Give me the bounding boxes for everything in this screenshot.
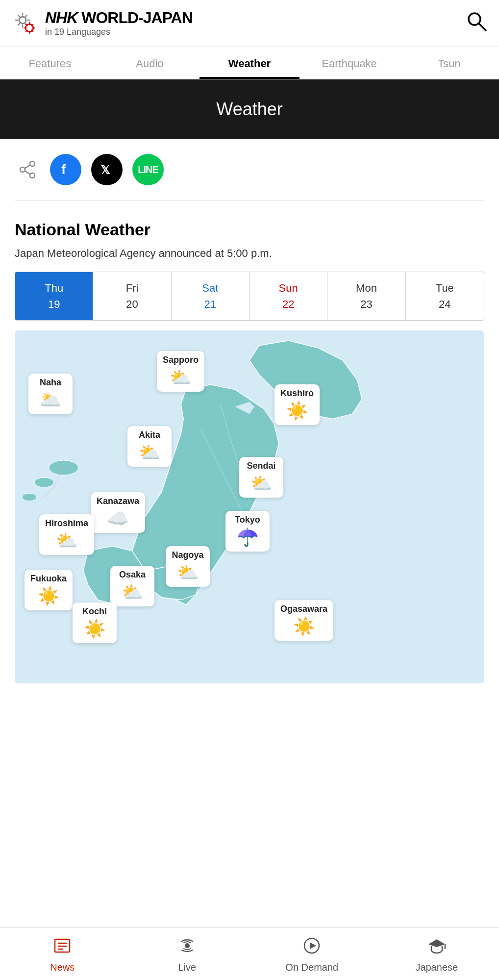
date-mon: 23	[331, 296, 401, 312]
weather-card-kochi[interactable]: Kochi ☀️	[73, 603, 117, 643]
city-name-kushiro: Kushiro	[280, 388, 314, 399]
svg-point-14	[22, 493, 37, 501]
weather-icon-akita: ⛅	[133, 442, 166, 463]
day-label-thu: Thu	[19, 280, 89, 296]
svg-text:𝕏: 𝕏	[100, 163, 110, 176]
day-label-sun: Sun	[253, 280, 323, 296]
weather-card-akita[interactable]: Akita ⛅	[127, 426, 172, 467]
brand-subtitle: in 19 Languages	[45, 27, 193, 37]
svg-point-4	[30, 161, 35, 166]
weather-card-osaka[interactable]: Osaka ⛅	[110, 566, 154, 606]
weather-card-naha[interactable]: Naha 🌥️	[28, 374, 73, 414]
day-selector: Thu 19 Fri 20 Sat 21 Sun 22 Mon 23 Tue 2…	[15, 272, 484, 321]
city-name-akita: Akita	[133, 430, 166, 440]
agency-note: Japan Meteorological Agency announced at…	[15, 247, 484, 260]
bottom-nav: News Live On Demand	[0, 927, 499, 980]
share-generic-button[interactable]	[15, 157, 40, 182]
weather-banner: Weather	[0, 79, 499, 139]
live-label: Live	[178, 962, 196, 973]
day-fri[interactable]: Fri 20	[93, 272, 171, 320]
date-thu: 19	[19, 296, 89, 312]
day-sat[interactable]: Sat 21	[172, 272, 250, 320]
svg-line-7	[25, 165, 30, 169]
weather-map: Naha 🌥️ Sapporo ⛅ Kushiro ☀️ Akita ⛅ Sen…	[15, 330, 484, 683]
section-divider	[15, 200, 484, 201]
weather-icon-osaka: ⛅	[116, 582, 149, 603]
weather-icon-kochi: ☀️	[78, 619, 111, 639]
weather-banner-title: Weather	[216, 99, 282, 119]
city-name-naha: Naha	[34, 377, 67, 388]
news-label: News	[50, 962, 75, 973]
city-name-fukuoka: Fukuoka	[30, 574, 67, 584]
nav-tabs: Features Audio Weather Earthquake Tsun	[0, 47, 499, 79]
tab-tsunami[interactable]: Tsun	[399, 47, 499, 79]
city-name-tokyo: Tokyo	[231, 515, 264, 525]
weather-card-tokyo[interactable]: Tokyo ☂️	[225, 511, 270, 552]
weather-icon-kanazawa: ☁️	[97, 508, 139, 529]
day-label-fri: Fri	[97, 280, 167, 296]
tab-weather[interactable]: Weather	[200, 47, 299, 79]
weather-icon-hiroshima: ⛅	[45, 530, 88, 551]
bottom-nav-news[interactable]: News	[0, 928, 125, 980]
svg-point-23	[185, 943, 190, 948]
tab-features[interactable]: Features	[0, 47, 100, 79]
date-sat: 21	[175, 296, 245, 312]
weather-icon-sapporo: ⛅	[163, 367, 199, 388]
weather-icon-sendai: ⛅	[245, 473, 277, 494]
day-thu[interactable]: Thu 19	[15, 272, 93, 320]
svg-point-5	[20, 167, 25, 172]
day-label-tue: Tue	[410, 280, 480, 296]
weather-icon-tokyo: ☂️	[231, 527, 264, 548]
bottom-nav-japanese[interactable]: Japanese	[374, 928, 499, 980]
city-name-kanazawa: Kanazawa	[97, 496, 139, 506]
line-share-button[interactable]: LINE	[132, 154, 164, 185]
bottom-nav-live[interactable]: Live	[125, 928, 250, 980]
day-tue[interactable]: Tue 24	[406, 272, 484, 320]
weather-card-kanazawa[interactable]: Kanazawa ☁️	[91, 492, 145, 533]
svg-point-12	[49, 460, 78, 475]
day-mon[interactable]: Mon 23	[327, 272, 405, 320]
city-name-ogasawara: Ogasawara	[280, 604, 327, 614]
bottom-nav-ondemand[interactable]: On Demand	[250, 928, 374, 980]
live-icon	[178, 936, 197, 959]
facebook-share-button[interactable]: f	[50, 154, 81, 185]
settings-icon[interactable]	[12, 10, 37, 36]
national-weather-section: National Weather Japan Meteorological Ag…	[0, 205, 499, 330]
weather-card-sendai[interactable]: Sendai ⛅	[239, 457, 283, 498]
day-label-sat: Sat	[175, 280, 245, 296]
weather-icon-naha: 🌥️	[34, 390, 67, 410]
app-header: NHK WORLD-JAPAN in 19 Languages	[0, 0, 499, 47]
weather-icon-nagoya: ⛅	[172, 562, 204, 583]
weather-card-kushiro[interactable]: Kushiro ☀️	[274, 384, 320, 425]
city-name-kochi: Kochi	[78, 606, 111, 617]
svg-text:f: f	[61, 162, 66, 177]
svg-line-3	[479, 24, 486, 30]
weather-card-hiroshima[interactable]: Hiroshima ⛅	[39, 514, 94, 555]
weather-icon-fukuoka: ☀️	[30, 586, 67, 606]
search-icon[interactable]	[466, 10, 487, 36]
city-name-nagoya: Nagoya	[172, 550, 204, 560]
news-icon	[53, 936, 72, 959]
x-share-button[interactable]: 𝕏	[91, 154, 123, 185]
weather-card-fukuoka[interactable]: Fukuoka ☀️	[25, 570, 73, 610]
city-name-sapporo: Sapporo	[163, 355, 199, 365]
svg-point-0	[19, 17, 26, 24]
svg-line-8	[25, 171, 30, 175]
japanese-label: Japanese	[415, 962, 458, 973]
date-sun: 22	[253, 296, 323, 312]
date-fri: 20	[97, 296, 167, 312]
date-tue: 24	[410, 296, 480, 312]
weather-card-nagoya[interactable]: Nagoya ⛅	[166, 546, 210, 587]
weather-card-sapporo[interactable]: Sapporo ⛅	[157, 351, 204, 392]
brand-name: NHK WORLD-JAPAN	[45, 9, 193, 27]
tab-earthquake[interactable]: Earthquake	[299, 47, 399, 79]
ondemand-label: On Demand	[285, 962, 338, 973]
day-label-mon: Mon	[331, 280, 401, 296]
weather-card-ogasawara[interactable]: Ogasawara ☀️	[274, 600, 333, 641]
tab-audio[interactable]: Audio	[100, 47, 200, 79]
weather-icon-ogasawara: ☀️	[280, 616, 327, 637]
day-sun[interactable]: Sun 22	[250, 272, 327, 320]
brand-title: NHK WORLD-JAPAN in 19 Languages	[45, 9, 193, 37]
graduation-icon	[427, 936, 446, 959]
svg-marker-25	[310, 942, 316, 949]
